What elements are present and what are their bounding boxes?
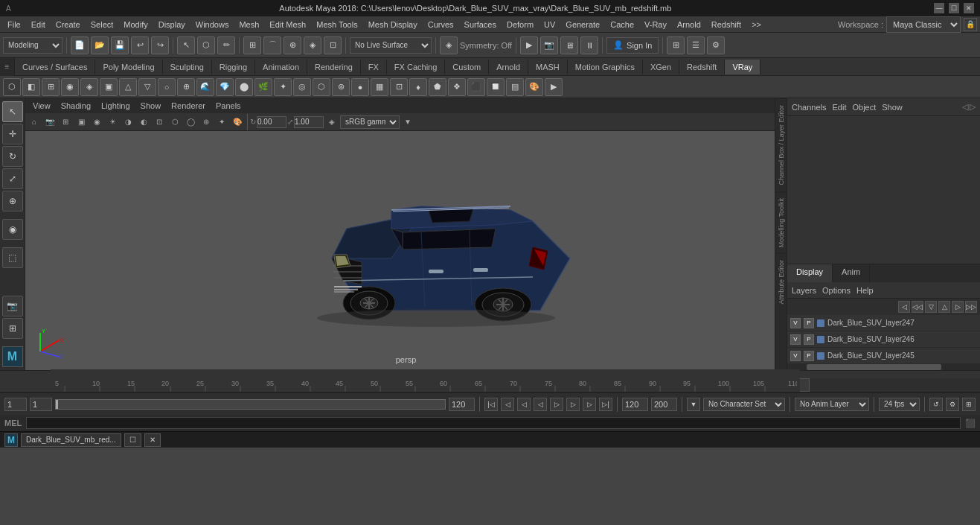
menu-display[interactable]: Display — [154, 19, 190, 31]
menu-redshift[interactable]: Redshift — [707, 19, 746, 31]
close-button[interactable]: ✕ — [964, 3, 974, 13]
vp-options-icon[interactable]: ▼ — [400, 115, 415, 130]
vp-menu-renderer[interactable]: Renderer — [167, 100, 210, 112]
snap-curve-icon[interactable]: ⌒ — [263, 36, 281, 54]
next-frame-button[interactable]: ▷ — [566, 398, 580, 411]
new-file-icon[interactable]: 📄 — [71, 36, 89, 54]
frame-slider[interactable] — [55, 399, 446, 410]
lock-button[interactable]: 🔒 — [964, 18, 977, 31]
layer-next-btn[interactable]: ▷ — [952, 301, 964, 313]
vp-ao-icon[interactable]: ◐ — [136, 115, 151, 130]
menu-select[interactable]: Select — [86, 19, 118, 31]
soft-select-button[interactable]: ◉ — [2, 219, 23, 240]
vp-menu-show[interactable]: Show — [136, 100, 166, 112]
snap-point-icon[interactable]: ⊕ — [284, 36, 301, 54]
shelf-icon-9[interactable]: ○ — [158, 78, 176, 96]
shelf-icon-25[interactable]: ⬛ — [467, 78, 485, 96]
select-tool-icon[interactable]: ↖ — [177, 36, 195, 54]
shelf-icon-23[interactable]: ⬟ — [429, 78, 446, 96]
preferences-button[interactable]: ⚙ — [946, 398, 959, 411]
scale-input[interactable] — [294, 116, 324, 128]
rotate-input[interactable] — [257, 116, 286, 128]
shelf-scroll-right[interactable]: ▶ — [545, 78, 563, 96]
layer-down-btn[interactable]: ▽ — [925, 301, 937, 313]
save-file-icon[interactable]: 💾 — [111, 36, 129, 54]
layers-menu-help[interactable]: Help — [856, 286, 874, 295]
layer-scrollbar[interactable] — [787, 364, 980, 370]
tab-rigging[interactable]: Rigging — [212, 60, 255, 74]
taskbar-minimize-btn[interactable]: ☐ — [124, 433, 141, 447]
vp-gamma-icon[interactable]: ◈ — [324, 115, 339, 130]
shelf-icon-1[interactable]: ⬡ — [3, 78, 21, 96]
shelf-icon-22[interactable]: ♦ — [409, 78, 427, 96]
shelf-icon-26[interactable]: 🔲 — [487, 78, 505, 96]
vp-sel-icon[interactable]: ⊡ — [152, 115, 167, 130]
character-set-dropdown[interactable]: No Character Set — [703, 398, 785, 411]
lasso-tool-icon[interactable]: ⬡ — [197, 36, 215, 54]
rotate-tool-button[interactable]: ↻ — [2, 146, 23, 167]
go-end-button[interactable]: ▷| — [599, 398, 612, 411]
range-end-input[interactable] — [651, 398, 677, 411]
shelf-icon[interactable]: ☰ — [687, 36, 705, 54]
redo-icon[interactable]: ↪ — [151, 36, 169, 54]
menu-modify[interactable]: Modify — [119, 19, 152, 31]
prev-key-button[interactable]: ◁ — [501, 398, 514, 411]
layer-tab-anim[interactable]: Anim — [833, 264, 870, 282]
menu-deform[interactable]: Deform — [502, 19, 538, 31]
vp-light-icon[interactable]: ☀ — [105, 115, 120, 130]
modeling-dropdown[interactable]: Modeling — [3, 37, 63, 54]
layers-menu-layers[interactable]: Layers — [792, 286, 816, 295]
snap-grid-icon[interactable]: ⊞ — [243, 36, 261, 54]
vp-menu-lighting[interactable]: Lighting — [97, 100, 135, 112]
panels-button[interactable]: ⊞ — [2, 318, 23, 339]
minimize-button[interactable]: — — [934, 3, 944, 13]
shelf-icon-24[interactable]: ❖ — [448, 78, 466, 96]
tab-poly-modeling[interactable]: Poly Modeling — [95, 60, 162, 74]
tab-custom[interactable]: Custom — [445, 60, 489, 74]
shelf-icon-12[interactable]: 💎 — [216, 78, 234, 96]
mel-input[interactable] — [26, 417, 961, 429]
menu-arnold[interactable]: Arnold — [673, 19, 705, 31]
shelf-icon-3[interactable]: ⊞ — [42, 78, 60, 96]
snap-surface-icon[interactable]: ◈ — [304, 36, 321, 54]
shelf-icon-18[interactable]: ⊛ — [332, 78, 350, 96]
symmetry-icon[interactable]: ◈ — [440, 36, 458, 54]
taskbar-close-btn[interactable]: ✕ — [144, 433, 161, 447]
fps-dropdown[interactable]: 24 fps — [879, 398, 920, 411]
rp-edit[interactable]: Edit — [832, 103, 846, 112]
menu-cache[interactable]: Cache — [606, 19, 638, 31]
tab-fx[interactable]: FX — [361, 60, 387, 74]
play-back-button[interactable]: ◁ — [534, 398, 547, 411]
menu-mesh[interactable]: Mesh — [234, 19, 263, 31]
layer-prev-btn[interactable]: ◁ — [898, 301, 910, 313]
shelf-icon-5[interactable]: ◈ — [80, 78, 98, 96]
vp-menu-view[interactable]: View — [28, 100, 55, 112]
universal-tool-button[interactable]: ⊕ — [2, 191, 23, 211]
tab-sculpting[interactable]: Sculpting — [163, 60, 212, 74]
maya-logo[interactable]: M — [2, 346, 23, 367]
loop-button[interactable]: ▼ — [687, 398, 700, 411]
tab-xgen[interactable]: XGen — [643, 60, 679, 74]
side-tab-modelling[interactable]: Modelling Toolkit — [775, 191, 787, 253]
tab-motion-graphics[interactable]: Motion Graphics — [568, 60, 643, 74]
end-frame-input1[interactable] — [449, 398, 475, 411]
menu-vray[interactable]: V-Ray — [640, 19, 671, 31]
tab-rendering[interactable]: Rendering — [307, 60, 361, 74]
menu-mesh-tools[interactable]: Mesh Tools — [312, 19, 362, 31]
side-tab-channel-box[interactable]: Channel Box / Layer Editor — [775, 98, 787, 191]
render-icon[interactable]: ▶ — [520, 36, 538, 54]
timeline-ruler[interactable]: 5 10 15 20 25 30 35 40 45 50 5 — [51, 369, 800, 392]
extra-button[interactable]: ⊞ — [962, 398, 976, 411]
menu-surfaces[interactable]: Surfaces — [460, 19, 501, 31]
range-start-input[interactable] — [622, 398, 648, 411]
select-tool-button[interactable]: ↖ — [2, 101, 23, 122]
layer-p-btn-245[interactable]: P — [804, 351, 814, 361]
vp-shadow-icon[interactable]: ◑ — [121, 115, 135, 130]
next-key-button[interactable]: ▷ — [583, 398, 596, 411]
menu-file[interactable]: File — [3, 19, 25, 31]
start-frame-input[interactable] — [4, 398, 27, 411]
taskbar-window-btn[interactable]: Dark_Blue_SUV_mb_red... — [21, 433, 121, 447]
vp-wireframe-icon[interactable]: ▣ — [74, 115, 89, 130]
layer-row-247[interactable]: V P Dark_Blue_SUV_layer247 — [787, 315, 980, 331]
shelf-icon-21[interactable]: ⊡ — [390, 78, 408, 96]
